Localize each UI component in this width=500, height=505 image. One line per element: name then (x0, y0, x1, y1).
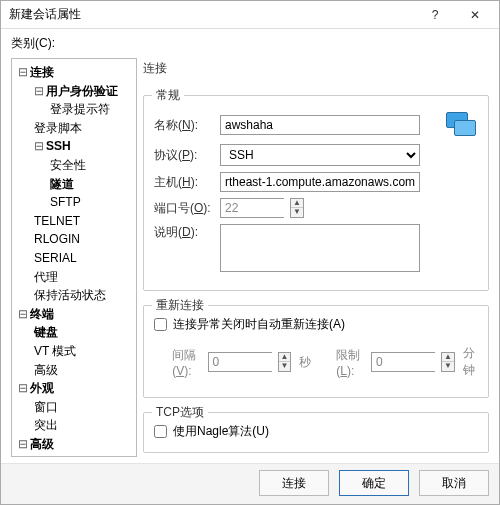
interval-unit: 秒 (299, 354, 311, 371)
tree-terminal[interactable]: 终端 (30, 307, 54, 321)
dialog-title: 新建会话属性 (9, 6, 415, 23)
name-input[interactable] (220, 115, 420, 135)
group-general-legend: 常规 (152, 87, 184, 104)
tree-ssh[interactable]: SSH (46, 139, 71, 153)
tree-window[interactable]: 窗口 (34, 400, 58, 414)
port-input[interactable] (220, 198, 284, 218)
group-tcp-legend: TCP选项 (152, 404, 208, 421)
session-icon[interactable] (446, 112, 478, 138)
tree-advanced[interactable]: 高级 (30, 437, 54, 451)
desc-textarea[interactable] (220, 224, 420, 272)
group-reconnect-legend: 重新连接 (152, 297, 208, 314)
tree-tunnel[interactable]: 隧道 (50, 177, 74, 191)
tree-advanced-term[interactable]: 高级 (34, 363, 58, 377)
interval-stepper[interactable]: ▲▼ (278, 352, 292, 372)
limit-stepper[interactable]: ▲▼ (441, 352, 455, 372)
tree-login-prompt[interactable]: 登录提示符 (50, 102, 110, 116)
nagle-checkbox[interactable] (154, 425, 167, 438)
dialog: 新建会话属性 ? ✕ 类别(C): ⊟连接 ⊟用户身份验证 登录提示符 登录脚本… (0, 0, 500, 505)
tree-keyboard[interactable]: 键盘 (34, 325, 58, 339)
connect-button[interactable]: 连接 (259, 470, 329, 496)
group-reconnect: 重新连接 连接异常关闭时自动重新连接(A) 间隔(V): ▲▼ 秒 限制(L): (143, 305, 489, 398)
main: ⊟连接 ⊟用户身份验证 登录提示符 登录脚本 ⊟SSH 安全性 隧道 SFTP … (1, 56, 499, 463)
tree-serial[interactable]: SERIAL (34, 251, 77, 265)
interval-label: 间隔(V): (172, 347, 199, 378)
panel-title: 连接 (143, 58, 489, 81)
protocol-select[interactable]: SSH (220, 144, 420, 166)
host-input[interactable] (220, 172, 420, 192)
group-general: 常规 名称(N): 协议(P): SSH 主机(H): 端口号(O): (143, 95, 489, 291)
tree-vt[interactable]: VT 模式 (34, 344, 76, 358)
tree-login-script[interactable]: 登录脚本 (34, 121, 82, 135)
tree-appearance[interactable]: 外观 (30, 381, 54, 395)
cancel-button[interactable]: 取消 (419, 470, 489, 496)
tree-highlight[interactable]: 突出 (34, 418, 58, 432)
tree-telnet[interactable]: TELNET (34, 214, 80, 228)
tree-proxy[interactable]: 代理 (34, 270, 58, 284)
limit-unit: 分钟 (463, 345, 478, 379)
port-label: 端口号(O): (154, 200, 212, 217)
tree-connection[interactable]: 连接 (30, 65, 54, 79)
protocol-label: 协议(P): (154, 147, 212, 164)
auto-reconnect-label: 连接异常关闭时自动重新连接(A) (173, 316, 345, 333)
tree-trace[interactable]: 跟踪 (34, 455, 58, 457)
ok-button[interactable]: 确定 (339, 470, 409, 496)
limit-label: 限制(L): (336, 347, 363, 378)
port-stepper[interactable]: ▲▼ (290, 198, 304, 218)
titlebar: 新建会话属性 ? ✕ (1, 1, 499, 29)
panel: 连接 常规 名称(N): 协议(P): SSH 主机(H): (143, 58, 489, 457)
tree-rlogin[interactable]: RLOGIN (34, 232, 80, 246)
interval-input[interactable] (208, 352, 272, 372)
category-label: 类别(C): (1, 29, 499, 56)
host-label: 主机(H): (154, 174, 212, 191)
footer: 连接 确定 取消 (1, 463, 499, 504)
group-tcp: TCP选项 使用Nagle算法(U) (143, 412, 489, 453)
tree-auth[interactable]: 用户身份验证 (46, 84, 118, 98)
nagle-label: 使用Nagle算法(U) (173, 423, 269, 440)
limit-input[interactable] (371, 352, 435, 372)
name-label: 名称(N): (154, 117, 212, 134)
category-tree[interactable]: ⊟连接 ⊟用户身份验证 登录提示符 登录脚本 ⊟SSH 安全性 隧道 SFTP … (11, 58, 137, 457)
help-icon[interactable]: ? (415, 2, 455, 28)
tree-sftp[interactable]: SFTP (50, 195, 81, 209)
close-icon[interactable]: ✕ (455, 2, 495, 28)
desc-label: 说明(D): (154, 224, 212, 241)
tree-security[interactable]: 安全性 (50, 158, 86, 172)
auto-reconnect-checkbox[interactable] (154, 318, 167, 331)
tree-keepalive[interactable]: 保持活动状态 (34, 288, 106, 302)
